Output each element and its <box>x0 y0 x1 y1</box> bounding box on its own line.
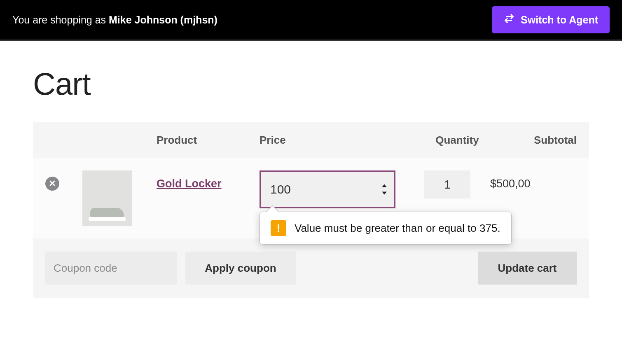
coupon-code-input[interactable] <box>45 252 177 285</box>
shopping-as-prefix: You are shopping as <box>12 14 109 26</box>
shopping-as-text: You are shopping as Mike Johnson (mjhsn) <box>12 14 217 26</box>
caret-up-icon <box>381 183 387 189</box>
cart-table: Product Price Quantity Subtotal <box>33 122 589 298</box>
swap-icon <box>503 13 515 27</box>
col-header-quantity: Quantity <box>424 134 490 147</box>
cart-actions-row: Apply coupon Update cart <box>33 238 589 298</box>
col-header-thumb <box>82 134 157 147</box>
cart-item-row: Gold Locker ! Value must be greater than… <box>33 158 589 238</box>
price-step-up[interactable] <box>381 183 388 189</box>
quantity-input[interactable] <box>424 170 470 198</box>
customer-name: Mike Johnson (mjhsn) <box>109 14 217 26</box>
topbar: You are shopping as Mike Johnson (mjhsn)… <box>0 0 622 41</box>
product-thumbnail[interactable] <box>82 170 132 226</box>
price-input[interactable] <box>260 170 395 208</box>
close-icon <box>49 180 56 188</box>
col-header-remove <box>45 134 82 147</box>
validation-message: Value must be greater than or equal to 3… <box>295 222 500 235</box>
validation-tooltip: ! Value must be greater than or equal to… <box>260 212 512 245</box>
apply-coupon-button[interactable]: Apply coupon <box>185 252 296 285</box>
update-cart-button[interactable]: Update cart <box>478 252 577 285</box>
col-header-price: Price <box>260 134 424 147</box>
page-body: Cart Product Price Quantity Subtotal <box>0 41 622 298</box>
col-header-product: Product <box>157 134 260 147</box>
page-title: Cart <box>33 66 589 102</box>
item-subtotal: $500,00 <box>490 177 531 190</box>
product-name-link[interactable]: Gold Locker <box>157 177 222 190</box>
price-spinner <box>381 183 388 196</box>
price-input-wrap: ! Value must be greater than or equal to… <box>260 170 395 208</box>
switch-to-agent-button[interactable]: Switch to Agent <box>492 6 610 33</box>
switch-label: Switch to Agent <box>521 14 598 26</box>
remove-item-button[interactable] <box>45 177 59 191</box>
warning-icon: ! <box>271 220 286 236</box>
col-header-subtotal: Subtotal <box>490 134 577 147</box>
caret-down-icon <box>381 190 387 196</box>
cart-header-row: Product Price Quantity Subtotal <box>33 122 589 158</box>
price-step-down[interactable] <box>381 190 388 196</box>
shoe-icon <box>89 204 126 221</box>
